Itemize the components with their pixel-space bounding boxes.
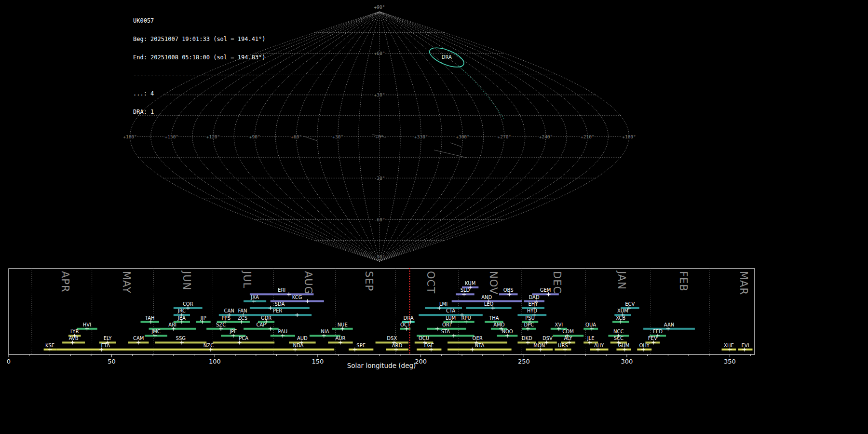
shower-code-label: AHY (594, 343, 604, 348)
shower-activity-timeline: APRMAYJUNJULAUGSEPOCTNOVDECJANFEBMAR0501… (0, 268, 868, 434)
month-label: MAY (121, 271, 132, 294)
shower-code-label: GEM (540, 287, 551, 293)
shower-code-label: HVI (83, 322, 91, 327)
shower-XCB: XCB (612, 315, 629, 324)
axis-tick-label: 100 (209, 358, 221, 365)
ra-axis-label: +180° (123, 134, 137, 139)
shower-OCT: OCT (400, 322, 411, 331)
shower-XHE: XHE (722, 343, 736, 352)
ra-axis-label: +150° (164, 134, 178, 139)
shower-code-label: DPC (524, 322, 534, 327)
shower-code-label: DSV (542, 336, 553, 341)
peak-marker (462, 292, 466, 296)
shower-code-label: XVI (555, 322, 563, 327)
peak-marker (743, 348, 746, 352)
shower-DPC: DPC (522, 322, 536, 331)
peak-marker (505, 334, 509, 338)
shower-SSG: SSG (155, 336, 206, 344)
shower-code-label: THA (488, 315, 499, 321)
ra-axis-label: +120° (206, 134, 220, 139)
shower-activity-bar (213, 341, 274, 343)
shower-code-label: FEV (648, 336, 657, 341)
report-header: UK0057 Beg: 20251007 19:01:33 (sol = 194… (133, 6, 266, 121)
shower-code-label: XHE (724, 343, 734, 348)
month-label: JAN (616, 270, 627, 290)
shower-code-label: CAN (224, 308, 234, 313)
shower-QUA: QUA (583, 322, 598, 331)
shower-code-label: GDR (261, 315, 271, 321)
shower-code-label: DSX (387, 336, 397, 341)
shower-code-label: QUA (585, 322, 596, 327)
radiant-drift-path (458, 66, 504, 120)
shower-NZC: NZC (155, 343, 262, 352)
ra-axis-label: +270° (497, 134, 511, 139)
peak-marker (544, 340, 548, 344)
peak-marker (99, 348, 103, 352)
shower-TAH: TAH (141, 315, 160, 324)
shower-code-label: ZCS (238, 315, 247, 321)
shower-activity-bar (417, 349, 441, 351)
shower-code-label: ARI (168, 322, 176, 327)
peak-marker (728, 348, 732, 352)
shower-activity-bar (555, 349, 571, 351)
month-label: SEP (363, 271, 375, 291)
shower-ETA: ETA (56, 343, 155, 352)
peak-marker (588, 340, 592, 344)
dec-axis-label: +30° (374, 92, 385, 97)
month-label: FEB (678, 271, 689, 292)
peak-marker (306, 299, 310, 303)
shower-LEO: LEO (466, 301, 512, 310)
shower-code-label: PCA (239, 336, 248, 341)
peak-marker (563, 348, 567, 352)
peak-marker (340, 327, 344, 331)
shower-code-label: NDA (293, 343, 303, 348)
peak-marker (437, 306, 441, 310)
month-label: AUG (302, 271, 314, 295)
shower-activity-bar (244, 314, 312, 316)
ra-axis-label: +240° (539, 134, 553, 139)
shower-code-label: KUM (465, 281, 475, 286)
month-label: JUL (241, 270, 253, 288)
dec-axis-label: +90° (374, 4, 385, 10)
shower-code-label: AUR (335, 336, 345, 341)
peak-marker (405, 327, 408, 331)
peak-marker (281, 334, 285, 338)
peak-marker (238, 340, 242, 344)
shower-AUR: AUR (328, 336, 353, 344)
peak-marker (507, 292, 511, 296)
shower-activity-bar (466, 307, 512, 309)
peak-marker (295, 313, 299, 317)
dec-axis-label: -30° (374, 176, 385, 181)
shower-ZCS: ZCS (235, 315, 250, 324)
shower-JIP: JIP (196, 315, 211, 324)
peak-marker (240, 320, 244, 324)
peak-marker (619, 320, 623, 324)
peak-marker (322, 334, 326, 338)
peak-marker (526, 340, 530, 344)
shower-code-label: COR (183, 301, 193, 307)
shower-CAM: CAM (128, 336, 149, 344)
shower-code-label: DKD (522, 336, 532, 341)
peak-marker (186, 306, 190, 310)
shower-code-label: AND (481, 295, 492, 300)
peak-marker (252, 299, 256, 303)
shower-code-label: NUE (338, 322, 348, 327)
shower-code-label: SPE (356, 343, 366, 348)
shower-code-label: CAM (133, 336, 144, 341)
count-dra: DRA: 1 (133, 109, 266, 115)
shower-code-label: RPU (461, 315, 471, 321)
separator-line: ------------------------------------- (133, 73, 266, 79)
peak-marker (547, 292, 551, 296)
peak-marker (526, 327, 530, 331)
shower-code-label: ELY (104, 336, 112, 341)
peak-marker (201, 320, 204, 324)
shower-code-label: ECV (625, 301, 635, 307)
shower-code-label: JEA (177, 315, 186, 321)
peak-marker (538, 348, 542, 352)
peak-marker (287, 292, 291, 296)
shower-code-label: LEO (484, 301, 494, 307)
shower-KSE: KSE (44, 343, 56, 352)
shower-code-label: ARD (392, 343, 403, 348)
shower-code-label: NTA (475, 343, 485, 348)
shower-activity-bar (244, 328, 279, 330)
